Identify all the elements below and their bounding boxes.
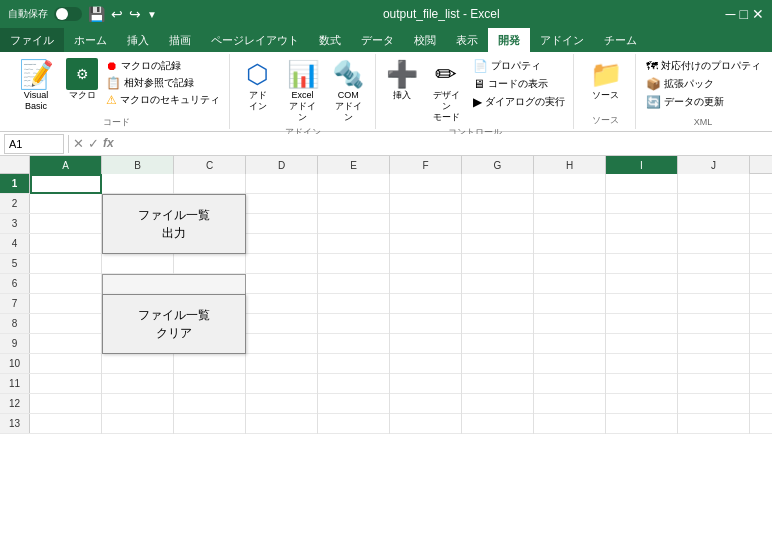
cell-a12[interactable] [30,394,102,414]
cell-e6[interactable] [318,274,390,294]
cell-i6[interactable] [606,274,678,294]
cell-c10[interactable] [174,354,246,374]
macro-record-button[interactable]: ⏺ マクロの記録 [103,58,223,74]
cell-g6[interactable] [462,274,534,294]
col-header-a[interactable]: A [30,156,102,174]
tab-formulas[interactable]: 数式 [309,28,351,52]
cell-j11[interactable] [678,374,750,394]
col-header-b[interactable]: B [102,156,174,174]
cell-g3[interactable] [462,214,534,234]
cell-h12[interactable] [534,394,606,414]
cell-b12[interactable] [102,394,174,414]
cell-j3[interactable] [678,214,750,234]
minimize-icon[interactable]: ─ [726,6,736,22]
cell-f9[interactable] [390,334,462,354]
cell-c12[interactable] [174,394,246,414]
autosave-toggle[interactable] [54,7,82,21]
col-header-e[interactable]: E [318,156,390,174]
cell-i4[interactable] [606,234,678,254]
cell-j2[interactable] [678,194,750,214]
cell-f12[interactable] [390,394,462,414]
cell-d9[interactable] [246,334,318,354]
cell-i12[interactable] [606,394,678,414]
cell-b6[interactable] [102,274,174,294]
cell-d6[interactable] [246,274,318,294]
formula-fx-icon[interactable]: fx [103,136,114,151]
cell-j1[interactable] [678,174,750,194]
cell-a11[interactable] [30,374,102,394]
customize-icon[interactable]: ▼ [147,9,157,20]
cell-i13[interactable] [606,414,678,434]
cell-b10[interactable] [102,354,174,374]
cell-b13[interactable] [102,414,174,434]
cell-f11[interactable] [390,374,462,394]
cell-e4[interactable] [318,234,390,254]
cell-g12[interactable] [462,394,534,414]
cell-f6[interactable] [390,274,462,294]
col-header-h[interactable]: H [534,156,606,174]
cell-c1[interactable] [174,174,246,194]
cell-a10[interactable] [30,354,102,374]
cell-g7[interactable] [462,294,534,314]
data-update-button[interactable]: 🔄 データの更新 [643,94,764,110]
cell-g2[interactable] [462,194,534,214]
cell-f7[interactable] [390,294,462,314]
cell-b5[interactable] [102,254,174,274]
close-icon[interactable]: ✕ [752,6,764,22]
cell-f3[interactable] [390,214,462,234]
design-mode-button[interactable]: ✏ デザインモード [426,56,466,124]
cell-i1[interactable] [606,174,678,194]
cell-f8[interactable] [390,314,462,334]
btn-clear[interactable]: ファイル一覧 クリア [102,294,246,354]
col-header-f[interactable]: F [390,156,462,174]
cell-c6[interactable] [174,274,246,294]
cell-h6[interactable] [534,274,606,294]
cell-f5[interactable] [390,254,462,274]
redo-icon[interactable]: ↪ [129,6,141,22]
tab-review[interactable]: 校閲 [404,28,446,52]
insert-control-button[interactable]: ➕ 挿入 [382,56,422,103]
cell-e3[interactable] [318,214,390,234]
col-header-c[interactable]: C [174,156,246,174]
formula-input[interactable] [118,134,768,154]
tab-insert[interactable]: 挿入 [117,28,159,52]
relative-ref-button[interactable]: 📋 相対参照で記録 [103,75,223,91]
cell-e13[interactable] [318,414,390,434]
col-header-g[interactable]: G [462,156,534,174]
cell-h2[interactable] [534,194,606,214]
save-icon[interactable]: 💾 [88,6,105,22]
cell-e2[interactable] [318,194,390,214]
cell-f13[interactable] [390,414,462,434]
cell-a2[interactable] [30,194,102,214]
cell-d4[interactable] [246,234,318,254]
cell-i11[interactable] [606,374,678,394]
expand-pack-button[interactable]: 📦 拡張パック [643,76,764,92]
cell-j13[interactable] [678,414,750,434]
source-button[interactable]: 📁 ソース [586,56,626,103]
btn-output[interactable]: ファイル一覧 出力 [102,194,246,254]
cell-h10[interactable] [534,354,606,374]
macro-button[interactable]: ⚙ マクロ [64,56,101,103]
cell-g8[interactable] [462,314,534,334]
cell-d3[interactable] [246,214,318,234]
cell-b11[interactable] [102,374,174,394]
cell-j7[interactable] [678,294,750,314]
cell-e12[interactable] [318,394,390,414]
run-dialog-button[interactable]: ▶ ダイアログの実行 [470,94,568,110]
cell-d5[interactable] [246,254,318,274]
cell-g9[interactable] [462,334,534,354]
cell-h3[interactable] [534,214,606,234]
cell-f2[interactable] [390,194,462,214]
cell-j12[interactable] [678,394,750,414]
cell-c13[interactable] [174,414,246,434]
cell-g10[interactable] [462,354,534,374]
tab-team[interactable]: チーム [594,28,647,52]
tab-addin[interactable]: アドイン [530,28,594,52]
cell-d11[interactable] [246,374,318,394]
cell-e10[interactable] [318,354,390,374]
cell-f10[interactable] [390,354,462,374]
cell-i3[interactable] [606,214,678,234]
cell-j4[interactable] [678,234,750,254]
cell-h5[interactable] [534,254,606,274]
cell-a1[interactable] [30,174,102,194]
